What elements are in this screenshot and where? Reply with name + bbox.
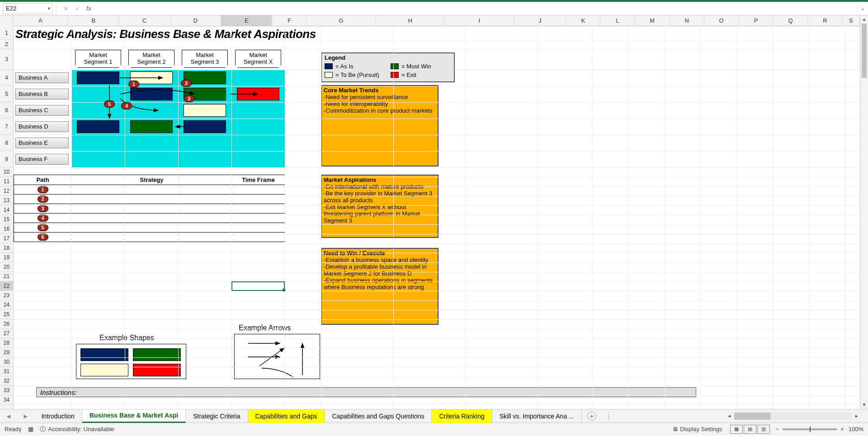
row-header-30[interactable]: 30 <box>0 357 13 367</box>
column-header-F[interactable]: F <box>272 15 307 26</box>
sheet-tab-capabilities-and-gaps-questions[interactable]: Capabilities and Gaps Questions <box>325 409 432 423</box>
tab-nav-prev-icon[interactable]: ◄ <box>0 413 17 420</box>
column-header-O[interactable]: O <box>704 15 739 26</box>
column-header-S[interactable]: S <box>843 15 860 26</box>
row-header-29[interactable]: 29 <box>0 348 13 357</box>
row-header-12[interactable]: 12 <box>0 186 13 196</box>
row-header-10[interactable]: 10 <box>0 167 13 177</box>
fx-icon[interactable]: fx <box>86 5 91 12</box>
row-header-13[interactable]: 13 <box>0 196 13 205</box>
row-header-20[interactable]: 20 <box>0 262 13 272</box>
select-all-corner[interactable] <box>0 15 13 26</box>
vertical-scrollbar[interactable]: ▲ ▼ <box>860 15 868 409</box>
column-header-K[interactable]: K <box>566 15 600 26</box>
column-header-L[interactable]: L <box>600 15 635 26</box>
sheet-tab-introduction[interactable]: Introduction <box>34 409 82 423</box>
business-button-business-b[interactable]: Business B <box>15 89 69 100</box>
row-header-14[interactable]: 14 <box>0 205 13 215</box>
row-header-3[interactable]: 3 <box>0 49 13 70</box>
cancel-formula-icon[interactable]: ✕ <box>60 5 72 12</box>
row-header-16[interactable]: 16 <box>0 224 13 234</box>
grid-area[interactable]: Strategic Analysis: Business Base & Mark… <box>14 26 860 409</box>
row-header-9[interactable]: 9 <box>0 151 13 167</box>
zoom-out-button[interactable]: − <box>776 426 779 432</box>
page-break-view-button[interactable]: ▥ <box>757 425 770 434</box>
column-header-M[interactable]: M <box>635 15 670 26</box>
column-header-E[interactable]: E <box>221 15 272 26</box>
page-layout-view-button[interactable]: ▤ <box>744 425 756 434</box>
display-settings-label[interactable]: Display Settings <box>680 426 722 432</box>
row-header-17[interactable]: 17 <box>0 234 13 243</box>
horizontal-scrollbar[interactable] <box>734 413 852 420</box>
row-header-26[interactable]: 26 <box>0 319 13 329</box>
scroll-thumb[interactable] <box>862 24 867 78</box>
cell-a-1-asis <box>77 71 119 84</box>
selected-cell[interactable] <box>231 281 285 291</box>
row-header-24[interactable]: 24 <box>0 300 13 310</box>
row-header-34[interactable]: 34 <box>0 395 13 405</box>
hscroll-left-icon[interactable]: ◄ <box>727 413 731 418</box>
add-sheet-button[interactable]: + <box>587 412 596 421</box>
business-button-business-a[interactable]: Business A <box>15 72 69 83</box>
name-box-value: E22 <box>6 5 16 12</box>
column-header-J[interactable]: J <box>514 15 566 26</box>
column-header-H[interactable]: H <box>376 15 445 26</box>
row-header-7[interactable]: 7 <box>0 119 13 135</box>
expand-formula-bar-icon[interactable]: ⌄ <box>857 2 868 15</box>
row-header-33[interactable]: 33 <box>0 386 13 395</box>
row-header-28[interactable]: 28 <box>0 338 13 348</box>
tab-nav-next-icon[interactable]: ► <box>17 413 34 420</box>
sheet-tab-strategic-criteria[interactable]: Strategic Criteria <box>186 409 248 423</box>
row-header-15[interactable]: 15 <box>0 215 13 224</box>
row-header-18[interactable]: 18 <box>0 243 13 253</box>
path-badge: 6 <box>38 233 48 241</box>
row-header-19[interactable]: 19 <box>0 253 13 262</box>
row-header-23[interactable]: 23 <box>0 291 13 300</box>
formula-input[interactable] <box>94 3 857 14</box>
row-header-6[interactable]: 6 <box>0 102 13 119</box>
business-button-business-d[interactable]: Business D <box>15 121 69 132</box>
row-header-4[interactable]: 4 <box>0 70 13 86</box>
row-header-2[interactable]: 2 <box>0 40 13 49</box>
column-header-C[interactable]: C <box>119 15 170 26</box>
name-box[interactable]: E22 ▼ <box>3 3 52 14</box>
row-header-27[interactable]: 27 <box>0 329 13 338</box>
row-header-5[interactable]: 5 <box>0 86 13 102</box>
business-button-business-c[interactable]: Business C <box>15 105 69 116</box>
row-header-25[interactable]: 25 <box>0 310 13 319</box>
row-header-21[interactable]: 21 <box>0 272 13 281</box>
row-header-22[interactable]: 22 <box>0 281 13 291</box>
column-header-B[interactable]: B <box>68 15 119 26</box>
display-settings-icon[interactable]: 🖥 <box>672 426 678 432</box>
zoom-in-button[interactable]: + <box>840 426 844 432</box>
column-header-N[interactable]: N <box>670 15 704 26</box>
zoom-level[interactable]: 100% <box>849 426 863 432</box>
sheet-tab-criteria-ranking[interactable]: Criteria Ranking <box>432 409 492 423</box>
scroll-up-icon[interactable]: ▲ <box>860 15 868 24</box>
accessibility-icon[interactable]: ⓘ <box>40 425 46 433</box>
column-header-D[interactable]: D <box>170 15 222 26</box>
column-header-A[interactable]: A <box>13 15 68 26</box>
row-header-8[interactable]: 8 <box>0 135 13 151</box>
sheet-tab-skill-vs-importance-ana-[interactable]: Skill vs. Importance Ana ... <box>492 409 582 423</box>
enter-formula-icon[interactable]: ✓ <box>72 5 84 12</box>
hscroll-right-icon[interactable]: ► <box>854 413 859 418</box>
business-button-business-f[interactable]: Business F <box>15 154 69 165</box>
row-header-32[interactable]: 32 <box>0 376 13 386</box>
column-header-Q[interactable]: Q <box>774 15 808 26</box>
name-box-dropdown-icon[interactable]: ▼ <box>47 6 51 11</box>
sheet-tab-capabilities-and-gaps[interactable]: Capabilities and Gaps <box>248 409 325 423</box>
zoom-slider[interactable] <box>783 428 837 430</box>
row-header-1[interactable]: 1 <box>0 26 13 40</box>
row-header-11[interactable]: 11 <box>0 177 13 186</box>
business-button-business-e[interactable]: Business E <box>15 138 69 148</box>
row-header-31[interactable]: 31 <box>0 367 13 376</box>
column-header-R[interactable]: R <box>808 15 842 26</box>
column-header-I[interactable]: I <box>445 15 514 26</box>
column-header-G[interactable]: G <box>307 15 376 26</box>
column-header-P[interactable]: P <box>739 15 773 26</box>
scroll-down-icon[interactable]: ▼ <box>860 401 868 409</box>
sheet-tab-business-base-market-aspi[interactable]: Business Base & Market Aspi <box>82 409 186 423</box>
normal-view-button[interactable]: ▦ <box>730 425 743 434</box>
macro-record-icon[interactable]: ▦ <box>28 426 33 432</box>
